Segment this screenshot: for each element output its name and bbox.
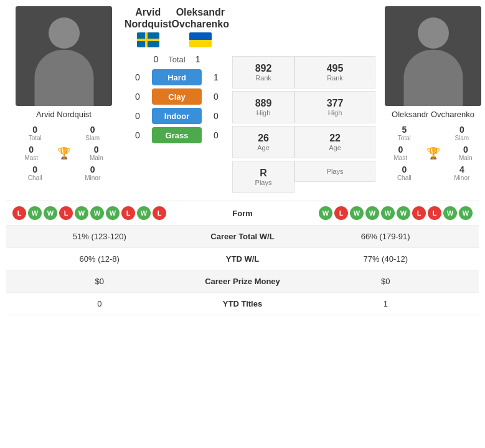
clay-label: Clay xyxy=(168,92,185,102)
stat-row-3: 0 YTD Titles 1 xyxy=(6,293,479,315)
stat-row-1: 60% (12-8) YTD W/L 77% (40-12) xyxy=(6,248,479,270)
left-total-label: Total xyxy=(6,135,64,141)
total-right: 1 xyxy=(195,54,200,64)
left-slam-val: 0 xyxy=(64,125,122,135)
form-badge-rw4: W xyxy=(381,206,395,220)
right-player-photo xyxy=(385,6,481,106)
grass-left: 0 xyxy=(132,130,143,140)
left-age-box: 26 Age xyxy=(232,126,294,158)
total-left: 0 xyxy=(153,54,158,64)
right-total-val: 5 xyxy=(375,125,433,135)
left-mast-label: Mast xyxy=(6,155,57,161)
form-right: W L W W W W L L W W xyxy=(280,206,473,220)
left-mast-val: 0 xyxy=(6,145,57,155)
left-trophy-icon: 🏆 xyxy=(57,146,72,160)
left-slam-label: Slam xyxy=(64,135,122,141)
clay-button: Clay xyxy=(152,88,202,105)
bottom-section: L W W L W W W L W L Form W L W W W W L L xyxy=(6,201,479,315)
left-player-photo xyxy=(16,6,112,106)
ytd-wl-left: 60% (12-8) xyxy=(12,254,187,264)
right-rank-val: 495 xyxy=(295,63,375,74)
form-badge-rw5: W xyxy=(397,206,410,220)
ytd-titles-right: 1 xyxy=(299,299,473,308)
ytd-wl-right: 77% (40-12) xyxy=(299,254,473,264)
form-badge-rw1: W xyxy=(319,206,332,220)
clay-right: 0 xyxy=(210,92,222,102)
right-rank-box: 495 Rank xyxy=(294,56,375,88)
left-rank-val: 892 xyxy=(233,63,294,74)
left-rank-box: 892 Rank xyxy=(232,56,294,88)
total-label: Total xyxy=(168,55,185,64)
right-trophy-icon: 🏆 xyxy=(426,146,441,160)
left-plays-label: Plays xyxy=(233,179,294,186)
form-label: Form xyxy=(205,209,280,218)
form-left: L W W L W W W L W L xyxy=(12,206,205,220)
ytd-titles-left: 0 xyxy=(12,299,187,308)
form-badge-rl2: L xyxy=(412,206,426,220)
left-main-val: 0 xyxy=(72,145,122,155)
left-high-box: 889 High xyxy=(232,91,294,123)
left-high-val: 889 xyxy=(233,98,294,109)
right-high-val: 377 xyxy=(295,98,375,109)
left-player-name: Arvid Nordquist xyxy=(36,110,92,119)
surface-row-grass: 0 Grass 0 xyxy=(132,127,222,143)
career-total-label: Career Total W/L xyxy=(187,232,299,241)
left-rank-label: Rank xyxy=(233,74,294,82)
right-header-name: Oleksandr Ovcharenko xyxy=(172,6,229,30)
clay-left: 0 xyxy=(132,92,143,102)
form-badge-l4: L xyxy=(153,206,166,220)
indoor-right: 0 xyxy=(210,111,222,121)
right-high-label: High xyxy=(295,109,375,117)
right-chall-val: 0 xyxy=(375,164,433,174)
right-age-label: Age xyxy=(295,144,375,151)
form-badge-w4: W xyxy=(90,206,104,220)
career-total-left: 51% (123-120) xyxy=(12,232,187,241)
left-total-val: 0 xyxy=(6,125,64,135)
right-plays-box: Plays xyxy=(294,161,375,182)
grass-label: Grass xyxy=(166,131,189,140)
right-main-label: Main xyxy=(441,155,485,161)
grass-right: 0 xyxy=(210,130,222,140)
ytd-wl-label: YTD W/L xyxy=(187,254,299,264)
indoor-label: Indoor xyxy=(164,112,189,121)
hard-button: Hard xyxy=(152,69,202,85)
right-minor-val: 4 xyxy=(433,164,485,174)
right-age-val: 22 xyxy=(295,133,375,144)
left-main-label: Main xyxy=(72,155,122,161)
form-badge-l2: L xyxy=(59,206,73,220)
grass-button: Grass xyxy=(152,127,202,143)
right-player-name: Oleksandr Ovcharenko xyxy=(392,110,474,119)
right-plays-label: Plays xyxy=(295,168,375,175)
left-minor-val: 0 xyxy=(64,164,122,174)
form-badge-rw7: W xyxy=(459,206,473,220)
prize-label: Career Prize Money xyxy=(187,277,299,286)
form-row: L W W L W W W L W L Form W L W W W W L L xyxy=(6,201,479,226)
left-header-name: Arvid Nordquist xyxy=(125,6,172,30)
form-badge-l1: L xyxy=(12,206,26,220)
form-badge-l3: L xyxy=(121,206,135,220)
right-flag xyxy=(172,32,229,47)
ytd-titles-label: YTD Titles xyxy=(187,299,299,308)
right-rank-label: Rank xyxy=(295,74,375,82)
form-badge-rw6: W xyxy=(443,206,457,220)
indoor-left: 0 xyxy=(132,111,143,121)
career-total-right: 66% (179-91) xyxy=(299,232,473,241)
surface-row-indoor: 0 Indoor 0 xyxy=(132,108,222,124)
right-high-box: 377 High xyxy=(294,91,375,123)
right-mast-val: 0 xyxy=(375,145,426,155)
stat-row-2: $0 Career Prize Money $0 xyxy=(6,270,479,293)
left-age-val: 26 xyxy=(233,133,294,144)
left-plays-box: R Plays xyxy=(232,161,294,193)
form-badge-w6: W xyxy=(137,206,151,220)
surface-rows: 0 Hard 1 0 Clay 0 0 Indoor 0 0 Grass xyxy=(125,69,229,143)
left-minor-label: Minor xyxy=(64,174,122,181)
form-badge-w5: W xyxy=(106,206,120,220)
right-chall-label: Chall xyxy=(375,174,433,181)
form-badge-rl3: L xyxy=(428,206,441,220)
left-high-label: High xyxy=(233,109,294,117)
left-chall-val: 0 xyxy=(6,164,64,174)
form-badge-w1: W xyxy=(28,206,42,220)
surface-row-hard: 0 Hard 1 xyxy=(132,69,222,85)
form-badge-w2: W xyxy=(44,206,57,220)
left-plays-val: R xyxy=(233,168,294,179)
